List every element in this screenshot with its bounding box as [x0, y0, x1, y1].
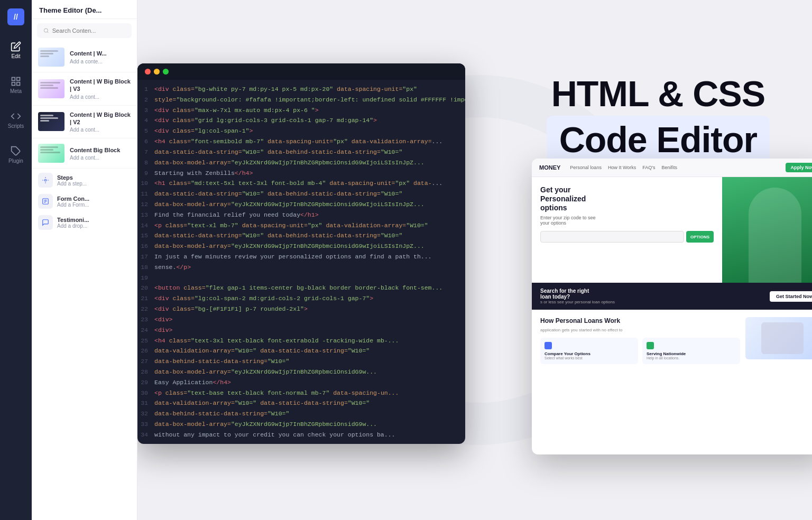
thumb-content-1: [38, 48, 64, 67]
code-editor-header: [137, 63, 465, 80]
sidebar: // Edit Meta Scripts Plugin: [0, 0, 32, 520]
sidebar-logo[interactable]: //: [7, 8, 24, 25]
sidebar-item-edit[interactable]: Edit: [0, 38, 32, 62]
list-item[interactable]: Content Big Block Add a cont...: [32, 138, 137, 169]
sidebar-item-steps[interactable]: Steps Add a step...: [32, 169, 137, 190]
preview-cta-banner: Search for the rightloan today? s or les…: [532, 283, 812, 310]
sidebar-item-form[interactable]: Form Con... Add a Form...: [32, 190, 137, 211]
card-icon-2: [647, 342, 654, 349]
preview-apply-btn[interactable]: Apply Now: [786, 163, 813, 172]
preview-section2-sub: application gets you started with no eff…: [540, 328, 740, 332]
testimonial-icon: [38, 215, 53, 230]
scripts-icon: [11, 111, 21, 122]
search-input[interactable]: [52, 27, 125, 34]
preview-options-btn[interactable]: OPTIONS: [686, 231, 714, 243]
steps-icon: [38, 173, 53, 188]
thumb-content-4: [38, 144, 64, 163]
list-item[interactable]: Content | W Big Block | V3 Add a cont...: [32, 72, 137, 106]
code-content: 1<div class="bg-white py-7 md:py-14 px-5…: [137, 80, 465, 442]
preview-cta-sub: s or less see your personal loan options: [540, 300, 615, 304]
traffic-light-red: [145, 69, 151, 75]
hero-title-block: HTML & CSS Code Editor: [547, 74, 770, 163]
preview-window: MONEY Personal loans How It Works FAQ's …: [532, 159, 812, 454]
svg-line-6: [47, 32, 48, 33]
hero-subtitle-box: Code Editor: [547, 116, 770, 163]
edit-icon: [11, 41, 21, 52]
plugin-icon: [11, 146, 21, 156]
svg-point-7: [44, 179, 47, 181]
panel-header: Theme Editor (De...: [32, 0, 137, 19]
preview-zip-input[interactable]: [540, 231, 684, 243]
svg-rect-3: [17, 82, 20, 86]
preview-section2-title: How Personal Loans Work: [540, 317, 740, 324]
code-editor-window: 1<div class="bg-white py-7 md:py-14 px-5…: [137, 63, 465, 444]
sidebar-item-plugin[interactable]: Plugin: [0, 143, 32, 167]
svg-rect-0: [12, 78, 15, 81]
svg-point-5: [44, 29, 48, 32]
hero-title-line2: Code Editor: [559, 119, 757, 160]
thumb-content-2: [38, 79, 64, 98]
list-item[interactable]: Content | W Big Block | V2 Add a cont...: [32, 106, 137, 139]
preview-card-2: Serving Nationwide Help in all locations…: [642, 338, 740, 364]
person-silhouette: [749, 188, 801, 283]
traffic-light-yellow: [154, 69, 160, 75]
preview-cards: Compare Your Options Select what works b…: [540, 338, 740, 364]
card-icon-1: [545, 342, 552, 349]
preview-hero-subtitle: Enter your zip code to seeyour options: [540, 215, 714, 226]
preview-hero-image: [722, 177, 812, 283]
traffic-light-green: [163, 69, 169, 75]
content-panel: Theme Editor (De... Content | W... Add a…: [32, 0, 137, 520]
preview-nav-links: Personal loans How It Works FAQ's Benifi…: [570, 165, 677, 170]
preview-card-1: Compare Your Options Select what works b…: [540, 338, 638, 364]
svg-rect-2: [12, 82, 15, 86]
search-icon: [43, 27, 49, 34]
preview-hero-title: Get your Personalizedoptions: [540, 185, 714, 212]
sidebar-item-testimonial[interactable]: Testimoni... Add a drop...: [32, 211, 137, 232]
form-icon: [38, 194, 53, 209]
preview-section2: How Personal Loans Work application gets…: [532, 310, 812, 376]
list-item[interactable]: Content | W... Add a conte...: [32, 42, 137, 72]
preview-nav-brand: MONEY: [539, 164, 560, 171]
preview-cta-title: Search for the rightloan today?: [540, 288, 615, 300]
preview-section2-image: [745, 317, 812, 359]
hero-title-line1: HTML & CSS: [547, 74, 770, 114]
thumb-content-3: [38, 112, 64, 131]
search-bar[interactable]: [37, 23, 132, 38]
svg-rect-1: [17, 78, 20, 81]
preview-nav: MONEY Personal loans How It Works FAQ's …: [532, 159, 812, 177]
sidebar-item-scripts[interactable]: Scripts: [0, 108, 32, 132]
meta-icon: [11, 76, 21, 87]
main-area: HTML & CSS Code Editor 1<div class="bg-w…: [137, 0, 812, 520]
preview-hero: Get your Personalizedoptions Enter your …: [532, 177, 812, 283]
preview-cta-btn[interactable]: Get Started Now: [770, 291, 812, 302]
sidebar-item-meta[interactable]: Meta: [0, 73, 32, 97]
